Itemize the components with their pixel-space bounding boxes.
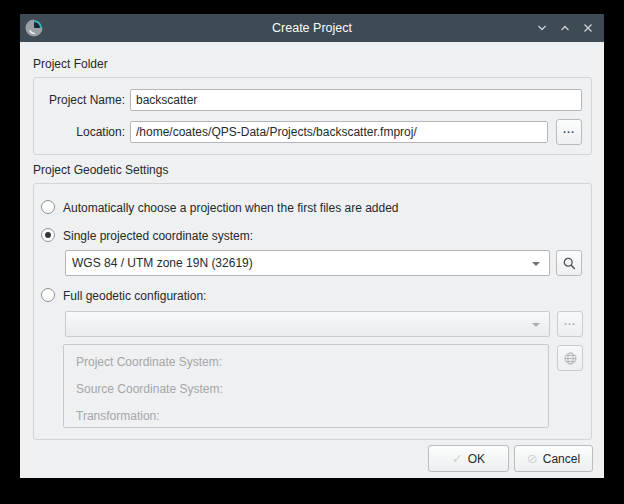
geodetic-summary-panel: Project Coordinate System: Source Coordi…: [63, 344, 549, 428]
chevron-down-icon: [532, 323, 540, 327]
cancel-button[interactable]: ⊘ Cancel: [514, 445, 593, 472]
cancel-circle-icon: ⊘: [527, 451, 538, 466]
chevron-down-icon: [532, 262, 540, 266]
radio-single-projected-cs-label[interactable]: Single projected coordinate system:: [63, 229, 253, 244]
check-icon: ✓: [452, 451, 463, 466]
projection-combo-value: WGS 84 / UTM zone 19N (32619): [72, 251, 253, 275]
project-coordinate-system-label: Project Coordinate System:: [76, 355, 222, 370]
location-input[interactable]: [130, 121, 548, 143]
globe-icon: [563, 351, 578, 366]
geodetic-group-label: Project Geodetic Settings: [33, 163, 168, 177]
minimize-icon[interactable]: [534, 20, 550, 36]
window-title: Create Project: [20, 14, 604, 42]
ellipsis-icon: ...: [563, 125, 575, 133]
radio-single-projected-cs[interactable]: [41, 228, 55, 242]
window-controls: [534, 14, 596, 42]
search-icon: [562, 256, 577, 271]
create-project-dialog: Create Project Project Folder Project Na…: [20, 14, 604, 478]
source-coordinate-system-label: Source Coordinate System:: [76, 382, 223, 397]
project-folder-group-label: Project Folder: [33, 57, 108, 71]
transformation-label: Transformation:: [76, 409, 160, 424]
radio-full-geodetic-config[interactable]: [41, 288, 55, 302]
ellipsis-icon: ...: [564, 317, 576, 325]
full-config-combo[interactable]: [65, 311, 550, 337]
projection-search-button[interactable]: [556, 250, 582, 276]
ok-button[interactable]: ✓ OK: [428, 445, 509, 472]
location-label: Location:: [33, 125, 125, 140]
close-icon[interactable]: [580, 20, 596, 36]
cancel-button-label: Cancel: [543, 452, 580, 466]
full-config-browse-button[interactable]: ...: [557, 311, 583, 337]
project-name-label: Project Name:: [33, 93, 125, 108]
radio-auto-projection-label[interactable]: Automatically choose a projection when t…: [63, 201, 399, 216]
ok-button-label: OK: [468, 452, 485, 466]
globe-button[interactable]: [557, 345, 583, 371]
radio-full-geodetic-config-label[interactable]: Full geodetic configuration:: [63, 289, 206, 304]
maximize-icon[interactable]: [557, 20, 573, 36]
radio-auto-projection[interactable]: [41, 200, 55, 214]
project-name-input[interactable]: [130, 89, 582, 111]
location-browse-button[interactable]: ...: [556, 119, 582, 145]
projection-combo[interactable]: WGS 84 / UTM zone 19N (32619): [65, 250, 550, 276]
titlebar[interactable]: Create Project: [20, 14, 604, 42]
